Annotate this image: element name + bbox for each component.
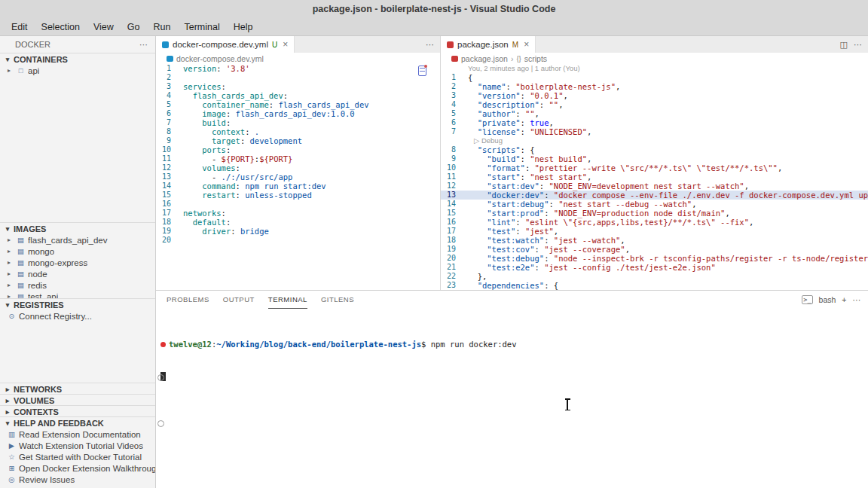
code-line-12[interactable]: 12 volumes: (156, 163, 440, 172)
add-terminal-icon[interactable]: + (842, 295, 846, 304)
menu-run[interactable]: Run (147, 18, 178, 35)
sidebar-item-connect-registry-[interactable]: ⊙Connect Registry... (0, 310, 155, 322)
code-line-5[interactable]: 5 container_name: flash_cards_api_dev (156, 100, 440, 109)
section-label: REGISTRIES (14, 300, 64, 310)
code-line-6[interactable]: 6 "private": true, (441, 118, 868, 127)
sidebar-item-open-docker-extension-walkthrough[interactable]: ⊞Open Docker Extension Walkthrough (0, 462, 155, 474)
code-line-20[interactable]: 20 (156, 236, 440, 245)
codelens-debug[interactable]: ▷ Debug (441, 136, 868, 145)
code-line-1[interactable]: 1{ (441, 73, 868, 82)
code-line-7[interactable]: 7 "license": "UNLICENSED", (441, 127, 868, 136)
code-line-9[interactable]: 9 "build": "nest build", (441, 154, 868, 163)
code-line-16[interactable]: 16 (156, 200, 440, 209)
section-containers[interactable]: ▾CONTAINERS (0, 53, 155, 65)
code-line-3[interactable]: 3services: (156, 82, 440, 91)
panel-tab-terminal[interactable]: TERMINAL (268, 291, 307, 309)
more-icon[interactable]: ⋯ (139, 40, 148, 50)
code-line-14[interactable]: 14 command: npm run start:dev (156, 181, 440, 191)
section-volumes[interactable]: ▸VOLUMES (0, 394, 155, 405)
sidebar-item-review-issues[interactable]: ◎Review Issues (0, 474, 155, 485)
terminal-user: twelve@12 (169, 340, 212, 349)
code-line-18[interactable]: 18 default: (156, 218, 440, 227)
menu-selection[interactable]: Selection (35, 18, 87, 35)
split-editor-icon[interactable]: ◫ (840, 40, 848, 50)
code-line-9[interactable]: 9 target: development (156, 136, 440, 145)
code-line-17[interactable]: 17 "test": "jest", (441, 227, 868, 236)
code-line-8[interactable]: 8 context: . (156, 127, 440, 136)
code-line-13[interactable]: 13 - ./:/usr/src/app (156, 172, 440, 181)
editor-left-code[interactable]: 1version: '3.8'23services:4 flash_cards_… (156, 64, 440, 290)
section-registries[interactable]: ▾REGISTRIES (0, 298, 155, 310)
code-line-18[interactable]: 18 "test:watch": "jest --watch", (441, 236, 868, 245)
breadcrumb-file[interactable]: docker-compose.dev.yml (176, 54, 264, 63)
code-line-4[interactable]: 4 flash_cards_api_dev: (156, 91, 440, 100)
code-line-17[interactable]: 17networks: (156, 209, 440, 218)
terminal[interactable]: twelve@12:~/Working/blog/back-end/boiler… (156, 309, 868, 402)
more-icon[interactable]: ⋯ (853, 295, 861, 304)
code-line-16[interactable]: 16 "lint": "eslint \"{src,apps,libs,test… (441, 218, 868, 227)
code-line-8[interactable]: 8 "scripts": { (441, 145, 868, 154)
sidebar-item-node[interactable]: ▸▤node (0, 268, 155, 279)
code-line-13[interactable]: 13 "docker:dev": "docker compose --env-f… (441, 191, 868, 200)
sidebar-item-api[interactable]: ▸□api (0, 65, 155, 76)
close-icon[interactable]: × (524, 39, 529, 50)
code-line-15[interactable]: 15 restart: unless-stopped (156, 191, 440, 200)
sidebar-item-flash-cards-api-dev[interactable]: ▸▤flash_cards_api_dev (0, 234, 155, 246)
code-line-1[interactable]: 1version: '3.8' (156, 64, 440, 73)
code-line-21[interactable]: 21 "test:e2e": "jest --config ./test/jes… (441, 263, 868, 272)
panel-tab-problems[interactable]: PROBLEMS (167, 291, 209, 309)
code-line-15[interactable]: 15 "start:prod": "NODE_ENV=production no… (441, 209, 868, 218)
mouse-ibeam-cursor (567, 399, 568, 410)
code-line-14[interactable]: 14 "start:debug": "nest start --debug --… (441, 200, 868, 209)
menu-view[interactable]: View (87, 18, 121, 35)
close-icon[interactable]: × (283, 39, 288, 50)
sidebar-item-mongo-express[interactable]: ▸▤mongo-express (0, 257, 155, 268)
panel-tab-gitlens[interactable]: GITLENS (321, 291, 354, 309)
code-line-19[interactable]: 19 "test:cov": "jest --coverage", (441, 245, 868, 254)
section-contexts[interactable]: ▸CONTEXTS (0, 405, 155, 416)
menu-edit[interactable]: Edit (5, 18, 35, 35)
code-line-2[interactable]: 2 (156, 73, 440, 82)
sidebar-item-redis[interactable]: ▸▤redis (0, 279, 155, 291)
code-line-4[interactable]: 4 "description": "", (441, 100, 868, 109)
code-line-6[interactable]: 6 image: flash_cards_api_dev:1.0.0 (156, 109, 440, 118)
code-line-10[interactable]: 10 ports: (156, 145, 440, 154)
menu-go[interactable]: Go (121, 18, 147, 35)
sidebar-item-test-api[interactable]: ▸▤test_api (0, 291, 155, 298)
more-icon[interactable]: ⋯ (426, 40, 434, 50)
code-line-5[interactable]: 5 "author": "", (441, 109, 868, 118)
code-line-10[interactable]: 10 "format": "prettier --write \"src/**/… (441, 163, 868, 172)
tab-package-json[interactable]: package.json M × (441, 36, 536, 53)
code-line-3[interactable]: 3 "version": "0.0.1", (441, 91, 868, 100)
code-line-23[interactable]: 23 "dependencies": { (441, 281, 868, 290)
code-line-22[interactable]: 22 }, (441, 272, 868, 281)
more-icon[interactable]: ⋯ (854, 40, 862, 50)
sidebar-item-watch-extension-tutorial-videos[interactable]: ▶Watch Extension Tutorial Videos (0, 440, 155, 451)
sidebar-item-get-started-with-docker-tutorial[interactable]: ☆Get Started with Docker Tutorial (0, 451, 155, 462)
sidebar-item-report-issue[interactable]: ◈Report Issue (0, 485, 155, 488)
video-icon: ▶ (8, 441, 16, 450)
code-line-20[interactable]: 20 "test:debug": "node --inspect-brk -r … (441, 254, 868, 263)
code-line-11[interactable]: 11 "start": "nest start", (441, 172, 868, 181)
code-line-2[interactable]: 2 "name": "boilerplate-nest-js", (441, 82, 868, 91)
section-images[interactable]: ▾IMAGES (0, 222, 155, 234)
sidebar-item-mongo[interactable]: ▸▤mongo (0, 246, 155, 257)
editor-right-code[interactable]: You, 2 minutes ago | 1 author (You)1{2 "… (441, 64, 868, 290)
menu-help[interactable]: Help (227, 18, 260, 35)
breadcrumb[interactable]: package.json › {} scripts (441, 53, 868, 64)
breadcrumb-symbol[interactable]: scripts (524, 54, 547, 63)
code-line-7[interactable]: 7 build: (156, 118, 440, 127)
tab-docker-compose[interactable]: docker-compose.dev.yml U × (156, 36, 295, 53)
panel-tab-output[interactable]: OUTPUT (223, 291, 255, 309)
sidebar-item-read-extension-documentation[interactable]: ▥Read Extension Documentation (0, 429, 155, 440)
section-help-and-feedback[interactable]: ▾HELP AND FEEDBACK (0, 416, 155, 429)
shell-label[interactable]: bash (819, 295, 836, 304)
code-line-19[interactable]: 19 driver: bridge (156, 227, 440, 236)
menu-terminal[interactable]: Terminal (177, 18, 226, 35)
breadcrumb-file[interactable]: package.json (461, 54, 508, 63)
item-label: test_api (28, 292, 58, 299)
section-networks[interactable]: ▸NETWORKS (0, 383, 155, 394)
code-line-12[interactable]: 12 "start:dev": "NODE_ENV=development ne… (441, 181, 868, 191)
breadcrumb[interactable]: docker-compose.dev.yml (156, 53, 440, 64)
code-line-11[interactable]: 11 - ${PORT}:${PORT} (156, 154, 440, 163)
